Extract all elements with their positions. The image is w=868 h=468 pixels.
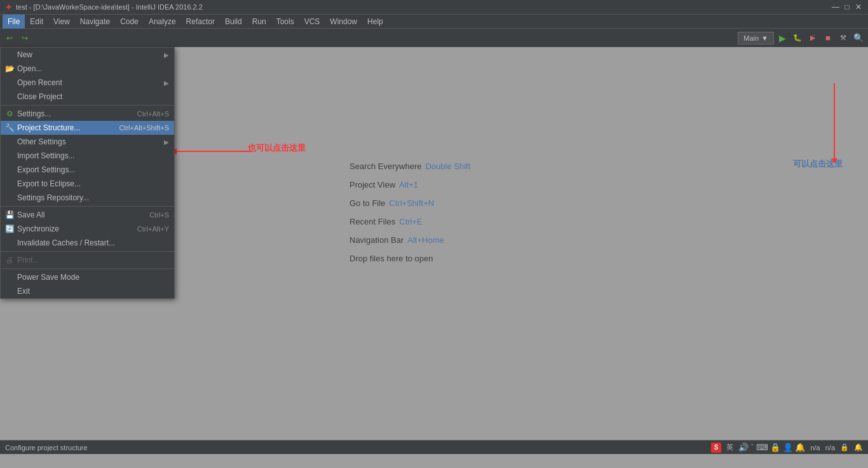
menu-run[interactable]: Run — [247, 15, 271, 29]
file-dropdown-menu: New ▶ 📂 Open... Open Recent ▶ Close Proj… — [0, 47, 175, 299]
menu-close-project[interactable]: Close Project — [1, 90, 174, 104]
menu-open-recent[interactable]: Open Recent ▶ — [1, 76, 174, 90]
menu-open[interactable]: 📂 Open... — [1, 62, 174, 76]
save-icon: 💾 — [4, 210, 15, 219]
sync-icon: 🔄 — [4, 224, 15, 233]
close-button[interactable]: ✕ — [854, 3, 863, 11]
menu-print[interactable]: 🖨 Print... — [1, 253, 174, 267]
menu-tools[interactable]: Tools — [271, 15, 299, 29]
menu-file[interactable]: File — [3, 15, 25, 29]
menu-analyze[interactable]: Analyze — [144, 15, 181, 29]
menu-project-structure[interactable]: 🔧 Project Structure... Ctrl+Alt+Shift+S — [1, 121, 174, 135]
nav-bar-label: Navigation Bar — [349, 235, 403, 245]
menu-invalidate-caches[interactable]: Invalidate Caches / Restart... — [1, 236, 174, 250]
menu-help[interactable]: Help — [362, 15, 388, 29]
print-icon: 🖨 — [4, 256, 15, 265]
menu-bar: File Edit View Navigate Code Analyze Ref… — [0, 14, 868, 28]
search-everywhere-button[interactable]: 🔍 — [851, 31, 865, 45]
menu-window[interactable]: Window — [325, 15, 362, 29]
forward-button[interactable]: ↪ — [18, 31, 32, 45]
menu-power-save[interactable]: Power Save Mode — [1, 270, 174, 284]
back-button[interactable]: ↩ — [3, 31, 17, 45]
minimize-button[interactable]: — — [831, 3, 840, 11]
menu-view[interactable]: View — [48, 15, 75, 29]
menu-refactor[interactable]: Refactor — [181, 15, 220, 29]
menu-export-eclipse[interactable]: Export to Eclipse... — [1, 177, 174, 191]
menu-build[interactable]: Build — [220, 15, 247, 29]
maximize-button[interactable]: □ — [843, 3, 851, 11]
arrow-to-menu — [175, 151, 252, 152]
goto-file-label: Go to File — [349, 198, 385, 208]
encoding-label: n/a — [810, 444, 820, 451]
menu-new[interactable]: New ▶ — [1, 48, 174, 62]
line-sep-label: n/a — [825, 444, 835, 451]
separator-4 — [1, 268, 174, 269]
debug-button[interactable]: 🐛 — [790, 31, 804, 45]
status-bar: Configure project structure S 英 🔊 ` ⌨ 🔒 … — [0, 440, 868, 454]
status-message: Configure project structure — [5, 444, 88, 451]
menu-import-settings[interactable]: Import Settings... — [1, 149, 174, 163]
run-config-label: Main — [743, 34, 759, 42]
title-bar: ✦ test - [D:\JavaWorkeSpace-idea\test] -… — [0, 0, 868, 14]
menu-settings-repository[interactable]: Settings Repository... — [1, 191, 174, 205]
stop-button[interactable]: ■ — [821, 31, 835, 45]
project-view-label: Project View — [349, 180, 395, 189]
menu-save-all[interactable]: 💾 Save All Ctrl+S — [1, 208, 174, 222]
menu-vcs[interactable]: VCS — [299, 15, 325, 29]
main-area: Search Everywhere Double Shift Project V… — [0, 47, 868, 454]
arrow-to-search — [834, 83, 835, 160]
search-everywhere-label: Search Everywhere — [349, 162, 421, 171]
menu-navigate[interactable]: Navigate — [75, 15, 115, 29]
recent-files-shortcut: Ctrl+E — [399, 217, 422, 226]
app-icon: ✦ — [5, 3, 12, 12]
recent-files-label: Recent Files — [349, 217, 395, 226]
nav-bar-shortcut: Alt+Home — [407, 235, 444, 245]
coverage-button[interactable]: ▶̈ — [806, 31, 820, 45]
annotation-also-click: 也可以点击这里 — [248, 142, 306, 154]
search-everywhere-shortcut: Double Shift — [425, 162, 470, 171]
folder-icon: 📂 — [4, 64, 15, 73]
toolbar: ↩ ↪ Main ▼ ▶ 🐛 ▶̈ ■ ⚒ 🔍 — [0, 28, 868, 47]
sougou-icon: S — [711, 443, 721, 453]
menu-exit[interactable]: Exit — [1, 284, 174, 298]
project-view-shortcut: Alt+1 — [399, 180, 418, 189]
menu-code[interactable]: Code — [115, 15, 144, 29]
menu-other-settings[interactable]: Other Settings ▶ — [1, 135, 174, 149]
run-config-arrow: ▼ — [761, 34, 768, 42]
menu-settings[interactable]: ⚙ Settings... Ctrl+Alt+S — [1, 107, 174, 121]
separator-3 — [1, 251, 174, 252]
status-icons: 🔊 ` ⌨ 🔒 👤 🔔 — [738, 443, 805, 452]
window-title: test - [D:\JavaWorkeSpace-idea\test] - I… — [16, 3, 203, 11]
run-config-dropdown[interactable]: Main ▼ — [738, 32, 774, 45]
lang-indicator: 英 — [726, 443, 733, 452]
build-project-button[interactable]: ⚒ — [836, 31, 850, 45]
lock-icon: 🔒 — [840, 443, 849, 451]
separator-1 — [1, 105, 174, 106]
welcome-panel: Search Everywhere Double Shift Project V… — [349, 162, 470, 272]
project-structure-icon: 🔧 — [4, 123, 15, 132]
menu-edit[interactable]: Edit — [25, 15, 48, 29]
menu-synchronize[interactable]: 🔄 Synchronize Ctrl+Alt+Y — [1, 222, 174, 236]
notification-icon: 🔔 — [854, 443, 863, 451]
goto-file-shortcut: Ctrl+Shift+N — [389, 198, 434, 208]
menu-export-settings[interactable]: Export Settings... — [1, 163, 174, 177]
run-button[interactable]: ▶ — [775, 31, 789, 45]
separator-2 — [1, 206, 174, 207]
drop-files-label: Drop files here to open — [349, 254, 433, 263]
settings-icon: ⚙ — [4, 109, 15, 118]
